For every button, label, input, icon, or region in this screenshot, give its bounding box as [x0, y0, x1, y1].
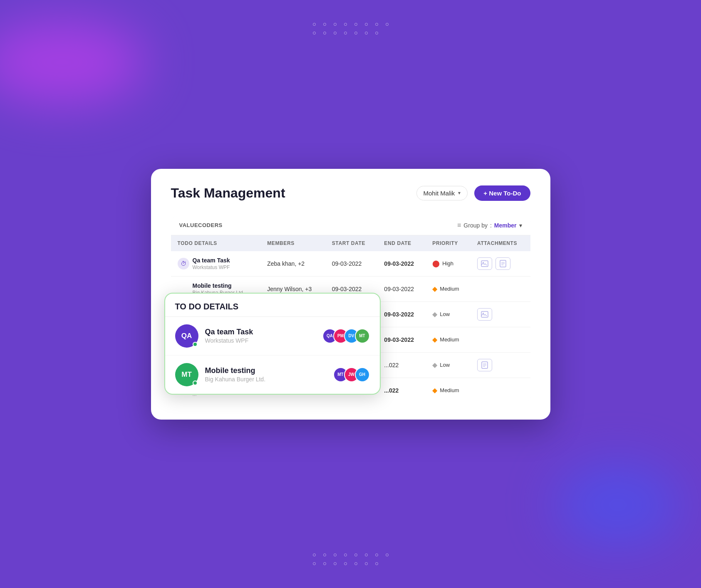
cell-priority: ◆Medium	[426, 327, 471, 352]
priority-label: Medium	[440, 387, 459, 393]
new-todo-button[interactable]: + New To-Do	[474, 185, 530, 201]
priority-label: Low	[440, 311, 450, 317]
svg-point-7	[483, 313, 484, 314]
popup-item[interactable]: MTMobile testingBig Kahuna Burger Ltd.MT…	[165, 356, 380, 394]
priority-high-icon: ⬤	[432, 259, 440, 267]
cell-attachments	[471, 352, 530, 378]
priority-medium-icon: ◆	[432, 386, 437, 394]
cell-attachments	[471, 276, 530, 301]
task-subtitle: Workstatus WPF	[193, 264, 230, 270]
cell-priority: ◆Low	[426, 301, 471, 327]
main-card: Task Management Mohit Malik ▾ + New To-D…	[151, 169, 550, 420]
cell-priority: ⬤High	[426, 251, 471, 277]
priority-label: High	[442, 260, 453, 267]
header-actions: Mohit Malik ▾ + New To-Do	[416, 185, 530, 201]
priority-low-icon: ◆	[432, 361, 437, 369]
col-members: MEMBERS	[260, 235, 325, 251]
popup-items-container: QAQa team TaskWorkstatus WPFQAPMDVMTMTMo…	[165, 317, 380, 394]
user-selector[interactable]: Mohit Malik ▾	[416, 186, 468, 200]
cell-end-date: 09-03-2022	[377, 276, 426, 301]
group-by-text: Group by	[463, 222, 488, 229]
user-name: Mohit Malik	[424, 190, 455, 197]
online-status-indicator	[193, 342, 198, 347]
priority-medium-icon: ◆	[432, 336, 437, 343]
popup-avatar: QA	[175, 324, 198, 348]
popup-task-subtitle: Big Kahuna Burger Ltd.	[205, 376, 327, 383]
col-end-date: END DATE	[377, 235, 426, 251]
col-priority: PRIORITY	[426, 235, 471, 251]
cell-end-date: 09-03-2022	[377, 327, 426, 352]
priority-medium-icon: ◆	[432, 285, 437, 293]
image-attachment-icon[interactable]	[477, 308, 492, 321]
cell-priority: ◆Medium	[426, 378, 471, 403]
popup-task-name: Mobile testing	[205, 366, 327, 375]
task-name: Mobile testing	[193, 282, 245, 289]
cell-attachments	[471, 378, 530, 403]
filter-icon: ≡	[457, 222, 461, 229]
cell-start-date: 09-03-2022	[325, 251, 378, 277]
popup-task-info: Qa team TaskWorkstatus WPF	[205, 328, 316, 344]
page-title: Task Management	[171, 185, 285, 201]
priority-label: Medium	[440, 336, 459, 343]
doc-attachment-icon[interactable]	[477, 359, 492, 371]
todo-details-popup: TO DO DETAILS QAQa team TaskWorkstatus W…	[164, 293, 381, 395]
cell-end-date: ...022	[377, 352, 426, 378]
popup-avatar: MT	[175, 363, 198, 386]
group-by-value: Member	[494, 222, 517, 229]
chevron-down-icon: ▾	[458, 190, 461, 196]
popup-task-subtitle: Workstatus WPF	[205, 337, 316, 344]
popup-task-name: Qa team Task	[205, 328, 316, 336]
table-row[interactable]: ⏱Qa team TaskWorkstatus WPFZeba khan, +2…	[171, 251, 530, 277]
table-toolbar: VALUECODERS ≡ Group by : Member ▾	[171, 216, 530, 235]
svg-point-1	[483, 262, 484, 263]
popup-title: TO DO DETAILS	[165, 294, 380, 317]
col-start-date: START DATE	[325, 235, 378, 251]
cell-members: Zeba khan, +2	[260, 251, 325, 277]
priority-label: Medium	[440, 286, 459, 292]
cell-priority: ◆Low	[426, 352, 471, 378]
cell-end-date: 09-03-2022	[377, 301, 426, 327]
task-name: Qa team Task	[193, 257, 230, 264]
cell-priority: ◆Medium	[426, 276, 471, 301]
group-by-colon: :	[490, 222, 492, 229]
popup-members-list: MTJWGH	[333, 367, 370, 382]
col-attachments: ATTACHMENTS	[471, 235, 530, 251]
table-header-row: TODO DETAILS MEMBERS START DATE END DATE…	[171, 235, 530, 251]
cell-attachments	[471, 251, 530, 277]
group-by-control[interactable]: ≡ Group by : Member ▾	[457, 222, 522, 229]
online-status-indicator	[193, 380, 198, 385]
group-label: VALUECODERS	[179, 222, 223, 228]
member-avatar: MT	[355, 329, 370, 343]
popup-members-list: QAPMDVMT	[322, 329, 370, 343]
cell-attachments	[471, 301, 530, 327]
popup-task-info: Mobile testingBig Kahuna Burger Ltd.	[205, 366, 327, 383]
cell-todo-details: ⏱Qa team TaskWorkstatus WPF	[171, 251, 261, 277]
member-avatar: GH	[355, 367, 370, 382]
col-todo-details: TODO DETAILS	[171, 235, 261, 251]
chevron-down-icon: ▾	[519, 222, 522, 229]
priority-label: Low	[440, 362, 450, 368]
page-header: Task Management Mohit Malik ▾ + New To-D…	[171, 185, 530, 201]
cell-end-date: ...022	[377, 378, 426, 403]
popup-item[interactable]: QAQa team TaskWorkstatus WPFQAPMDVMT	[165, 317, 380, 356]
doc-attachment-icon[interactable]	[495, 257, 510, 270]
task-status-icon: ⏱	[178, 258, 189, 269]
cell-attachments	[471, 327, 530, 352]
priority-low-icon: ◆	[432, 310, 437, 318]
image-attachment-icon[interactable]	[477, 257, 492, 270]
cell-end-date: 09-03-2022	[377, 251, 426, 277]
